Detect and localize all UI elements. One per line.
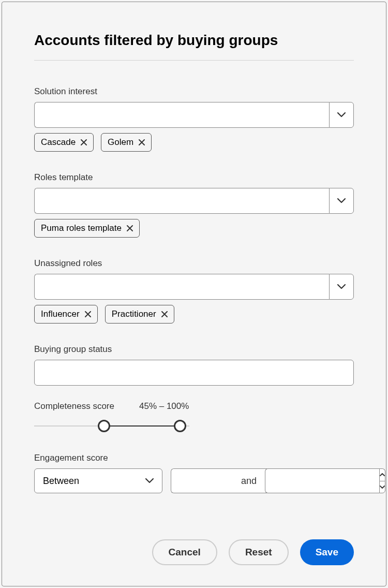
solution-interest-input[interactable] <box>34 102 329 128</box>
tag-cascade: Cascade <box>34 133 94 152</box>
engagement-high-input[interactable] <box>265 468 379 493</box>
tag-label: Cascade <box>41 137 76 148</box>
engagement-score-field: Engagement score Between and <box>34 453 354 493</box>
tag-label: Golem <box>108 137 133 148</box>
roles-template-input[interactable] <box>34 188 329 214</box>
footer-actions: Cancel Reset Save <box>34 519 354 565</box>
filter-panel: Accounts filtered by buying groups Solut… <box>2 2 386 586</box>
chevron-down-icon[interactable] <box>329 102 354 128</box>
chevron-down-icon[interactable] <box>329 274 354 300</box>
tag-label: Practitioner <box>112 309 156 319</box>
unassigned-roles-tags: Influencer Practitioner <box>34 305 354 324</box>
completeness-score-range: 45% – 100% <box>139 401 189 411</box>
save-button[interactable]: Save <box>300 539 354 565</box>
tag-puma-roles: Puma roles template <box>34 219 140 238</box>
completeness-slider[interactable] <box>34 420 189 432</box>
solution-interest-tags: Cascade Golem <box>34 133 354 152</box>
tag-label: Puma roles template <box>41 223 122 233</box>
slider-fill <box>104 425 180 427</box>
tag-label: Influencer <box>41 309 80 319</box>
chevron-down-icon[interactable] <box>329 188 354 214</box>
buying-group-status-label: Buying group status <box>34 344 354 355</box>
tag-practitioner: Practitioner <box>105 305 174 324</box>
close-icon[interactable] <box>161 311 168 317</box>
page-title: Accounts filtered by buying groups <box>34 32 354 49</box>
close-icon[interactable] <box>81 139 87 145</box>
cancel-button[interactable]: Cancel <box>152 539 217 565</box>
and-label: and <box>241 476 257 487</box>
close-icon[interactable] <box>127 225 133 231</box>
buying-group-status-field: Buying group status <box>34 344 354 386</box>
reset-button[interactable]: Reset <box>229 539 289 565</box>
close-icon[interactable] <box>139 139 145 145</box>
engagement-high-field <box>265 468 327 493</box>
completeness-score-label: Completeness score <box>34 401 114 411</box>
solution-interest-label: Solution interest <box>34 86 354 97</box>
solution-interest-field: Solution interest Cascade Golem <box>34 86 354 152</box>
stepper-up-icon[interactable] <box>379 468 385 481</box>
completeness-score-field: Completeness score 45% – 100% <box>34 401 354 453</box>
roles-template-label: Roles template <box>34 172 354 183</box>
unassigned-roles-select[interactable] <box>34 274 354 300</box>
divider <box>34 60 354 61</box>
engagement-mode-value: Between <box>43 476 145 487</box>
unassigned-roles-input[interactable] <box>34 274 329 300</box>
roles-template-field: Roles template Puma roles template <box>34 172 354 238</box>
slider-handle-low[interactable] <box>98 420 110 432</box>
unassigned-roles-label: Unassigned roles <box>34 258 354 269</box>
tag-influencer: Influencer <box>34 305 98 324</box>
stepper-down-icon[interactable] <box>379 481 385 494</box>
engagement-score-label: Engagement score <box>34 453 354 463</box>
roles-template-tags: Puma roles template <box>34 219 354 238</box>
chevron-down-icon <box>145 478 154 483</box>
close-icon[interactable] <box>85 311 91 317</box>
engagement-mode-select[interactable]: Between <box>34 468 162 493</box>
buying-group-status-input[interactable] <box>34 360 354 386</box>
roles-template-select[interactable] <box>34 188 354 214</box>
engagement-low-field <box>171 468 233 493</box>
tag-golem: Golem <box>101 133 152 152</box>
slider-handle-high[interactable] <box>174 420 186 432</box>
unassigned-roles-field: Unassigned roles Influencer Practitioner <box>34 258 354 324</box>
solution-interest-select[interactable] <box>34 102 354 128</box>
